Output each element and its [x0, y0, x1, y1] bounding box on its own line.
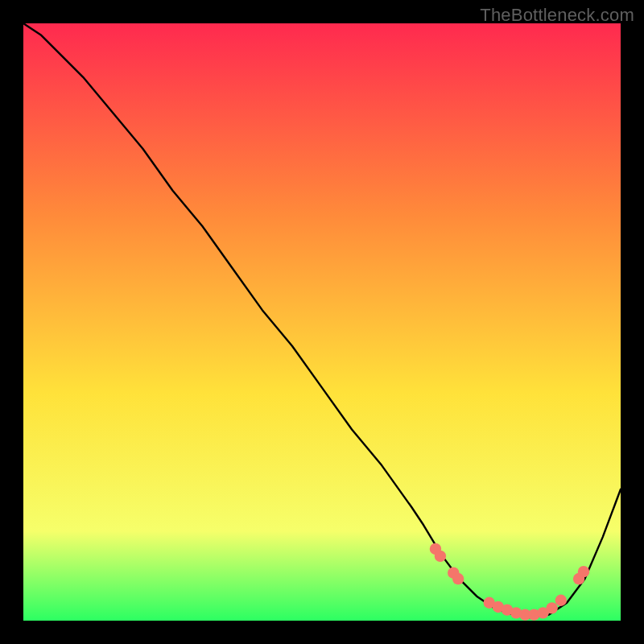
plot-area [23, 23, 621, 621]
watermark-text: TheBottleneck.com [480, 5, 634, 26]
data-marker [578, 566, 589, 577]
chart-svg [23, 23, 621, 621]
data-marker [435, 551, 446, 562]
data-marker [555, 595, 567, 606]
chart-container: TheBottleneck.com [0, 0, 644, 644]
data-marker [452, 573, 464, 584]
data-marker [546, 602, 557, 613]
